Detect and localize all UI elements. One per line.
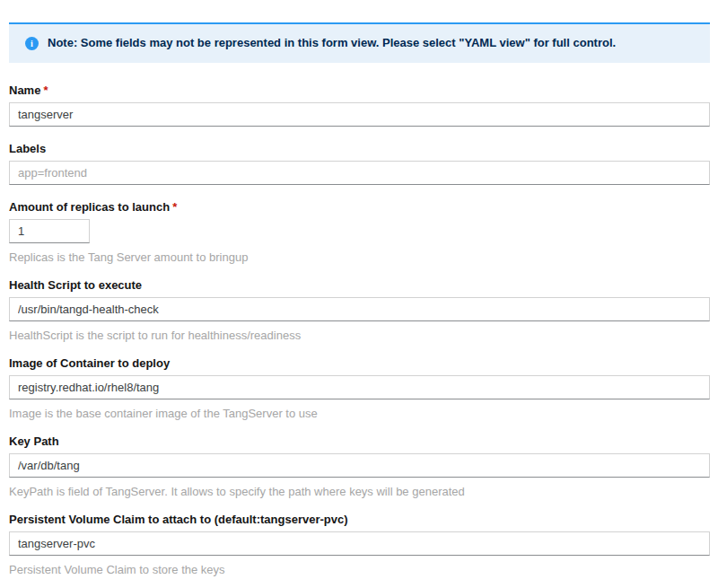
form-view-page: i Note: Some fields may not be represent…: [0, 0, 718, 575]
labels-input[interactable]: [9, 161, 710, 185]
pvc-input[interactable]: [9, 531, 710, 556]
key-path-label: Key Path: [9, 435, 710, 447]
name-label-text: Name: [9, 83, 40, 97]
health-script-helper-text: HealthScript is the script to run for he…: [9, 329, 710, 341]
labels-label-text: Labels: [9, 142, 46, 155]
info-circle-icon: i: [25, 37, 39, 50]
pvc-helper-text: Persistent Volume Claim to store the key…: [9, 564, 710, 575]
tangserver-form: Name* Labels Amount of replicas to launc…: [9, 84, 710, 575]
image-label-text: Image of Container to deploy: [9, 356, 170, 370]
health-script-label: Health Script to execute: [9, 279, 710, 291]
form-group-pvc: Persistent Volume Claim to attach to (de…: [9, 513, 710, 575]
form-group-name: Name*: [9, 84, 710, 127]
name-label: Name*: [9, 84, 710, 96]
image-helper-text: Image is the base container image of the…: [9, 408, 710, 419]
health-script-input[interactable]: [9, 297, 710, 321]
image-label: Image of Container to deploy: [9, 357, 710, 369]
replicas-input[interactable]: [9, 219, 90, 243]
health-script-label-text: Health Script to execute: [9, 278, 142, 292]
form-group-replicas: Amount of replicas to launch* Replicas i…: [9, 201, 710, 263]
pvc-label-text: Persistent Volume Claim to attach to (de…: [9, 513, 348, 526]
form-group-health-script: Health Script to execute HealthScript is…: [9, 279, 710, 341]
name-input[interactable]: [9, 102, 710, 127]
required-asterisk: *: [172, 200, 177, 214]
form-group-key-path: Key Path KeyPath is field of TangServer.…: [9, 435, 710, 497]
required-asterisk: *: [43, 83, 48, 97]
replicas-label: Amount of replicas to launch*: [9, 201, 710, 213]
replicas-label-text: Amount of replicas to launch: [9, 200, 170, 214]
image-input[interactable]: [9, 375, 710, 399]
form-group-labels: Labels: [9, 143, 710, 185]
form-group-image: Image of Container to deploy Image is th…: [9, 357, 710, 419]
key-path-input[interactable]: [9, 453, 710, 478]
info-alert: i Note: Some fields may not be represent…: [9, 22, 710, 63]
key-path-label-text: Key Path: [9, 434, 59, 448]
pvc-label: Persistent Volume Claim to attach to (de…: [9, 513, 710, 525]
labels-label: Labels: [9, 143, 710, 154]
alert-message: Note: Some fields may not be represented…: [48, 36, 616, 50]
key-path-helper-text: KeyPath is field of TangServer. It allow…: [9, 486, 710, 497]
replicas-helper-text: Replicas is the Tang Server amount to br…: [9, 251, 710, 263]
